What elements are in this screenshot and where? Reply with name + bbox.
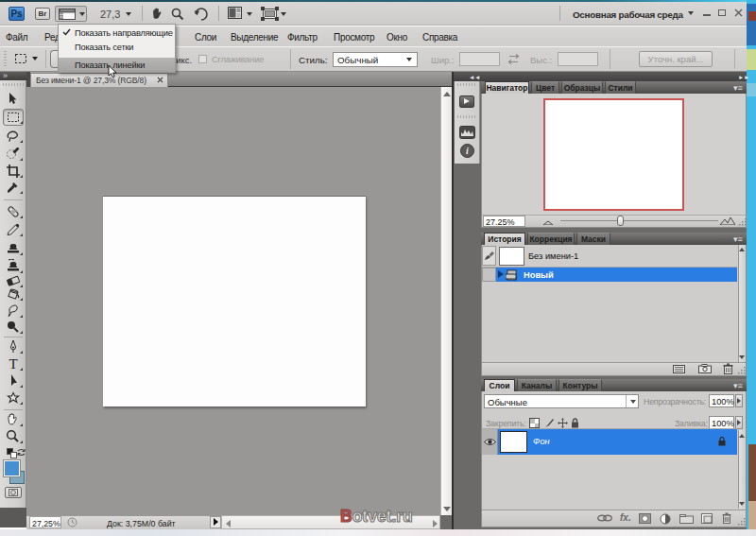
svg-text:T: T (9, 356, 17, 372)
svg-text:i: i (466, 146, 469, 156)
